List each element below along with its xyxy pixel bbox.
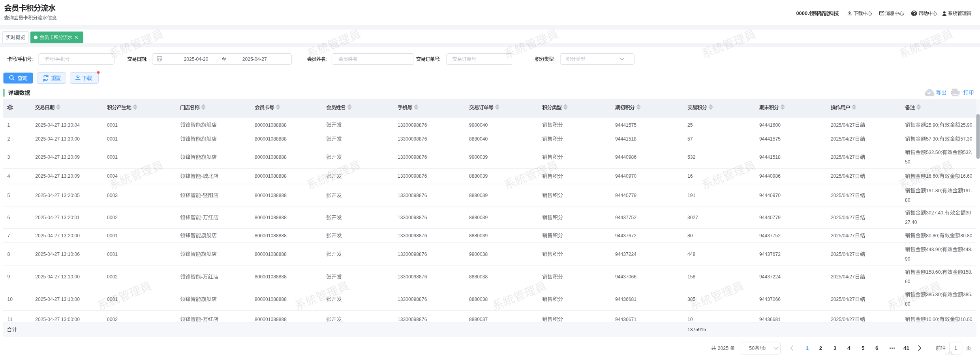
- svg-text:191.: 191.: [963, 188, 972, 193]
- svg-text:0001: 0001: [107, 122, 118, 128]
- svg-text:13300098876: 13300098876: [398, 233, 427, 239]
- svg-text:94437752: 94437752: [759, 233, 781, 239]
- svg-text:/: /: [54, 56, 55, 62]
- svg-text:0002: 0002: [107, 316, 118, 322]
- svg-text:9: 9: [8, 274, 10, 280]
- svg-text:13300098876: 13300098876: [398, 274, 427, 280]
- svg-text:2025/04/27: 2025/04/27: [831, 214, 855, 220]
- svg-text::: :: [146, 56, 147, 62]
- svg-text:2025-04-27 13:20:00: 2025-04-27 13:20:00: [35, 233, 80, 239]
- svg-text:94440986: 94440986: [615, 154, 636, 160]
- svg-text:50: 50: [905, 159, 911, 165]
- svg-text:158.: 158.: [963, 269, 972, 275]
- svg-text:448.90;: 448.90;: [926, 246, 942, 252]
- svg-text:2025/04/27: 2025/04/27: [831, 173, 855, 179]
- svg-text:4: 4: [8, 173, 10, 179]
- svg-text:2025-04-27 13:10:00: 2025-04-27 13:10:00: [35, 296, 80, 302]
- svg-text:94437066: 94437066: [615, 274, 636, 280]
- svg-text:80: 80: [905, 197, 911, 203]
- svg-text::: :: [554, 56, 555, 62]
- svg-text:2025/04/27: 2025/04/27: [831, 274, 855, 280]
- svg-text:800001088888: 800001088888: [255, 136, 287, 142]
- svg-text:10: 10: [8, 296, 13, 302]
- svg-text:2025-04-20: 2025-04-20: [184, 56, 208, 62]
- svg-text:9900038: 9900038: [469, 251, 488, 257]
- svg-text:25.90;: 25.90;: [926, 122, 939, 128]
- svg-text:13300098876: 13300098876: [398, 122, 427, 128]
- svg-text:8880039: 8880039: [469, 214, 488, 220]
- svg-text:0001: 0001: [107, 136, 118, 142]
- svg-text:800001088888: 800001088888: [255, 154, 287, 160]
- svg-text:2025-04-27 13:30:00: 2025-04-27 13:30:00: [35, 136, 80, 142]
- svg-text:800001088888: 800001088888: [255, 251, 287, 257]
- svg-text:57.30;: 57.30;: [926, 136, 939, 142]
- svg-text:3027.40;: 3027.40;: [926, 210, 944, 216]
- svg-text:13300098876: 13300098876: [398, 296, 427, 302]
- svg-text:80: 80: [687, 233, 693, 239]
- svg-text:2: 2: [819, 345, 822, 351]
- svg-text:94437672: 94437672: [615, 233, 636, 239]
- svg-text:/: /: [16, 56, 18, 62]
- svg-text:-: -: [201, 214, 203, 220]
- svg-text:800001088888: 800001088888: [255, 274, 287, 280]
- svg-text:2025/04/27: 2025/04/27: [831, 296, 855, 302]
- svg-text:2025-04-27 13:20:01: 2025-04-27 13:20:01: [35, 214, 80, 220]
- svg-text:94441518: 94441518: [759, 154, 781, 160]
- svg-text:800001088888: 800001088888: [255, 192, 287, 198]
- svg-text:8880039: 8880039: [469, 233, 488, 239]
- svg-text:94441600: 94441600: [759, 122, 781, 128]
- svg-text:2025/04/27: 2025/04/27: [831, 251, 855, 257]
- svg-text:-: -: [201, 316, 203, 322]
- svg-text:3027: 3027: [687, 214, 698, 220]
- svg-text:/: /: [760, 345, 761, 351]
- svg-text:800001088888: 800001088888: [255, 296, 287, 302]
- svg-text:-: -: [201, 274, 203, 280]
- svg-text:800001088888: 800001088888: [255, 214, 287, 220]
- svg-text:94440779: 94440779: [759, 214, 781, 220]
- svg-text:0002: 0002: [107, 274, 118, 280]
- svg-text:2025-04-27 13:00:00: 2025-04-27 13:00:00: [35, 316, 80, 322]
- svg-text:13300098876: 13300098876: [398, 192, 427, 198]
- svg-text:94437224: 94437224: [759, 274, 781, 280]
- svg-text::: :: [439, 56, 441, 62]
- svg-text:94437752: 94437752: [615, 214, 636, 220]
- svg-text::: :: [32, 56, 33, 62]
- svg-text:2025/04/27: 2025/04/27: [831, 316, 855, 322]
- svg-text:94436681: 94436681: [759, 316, 781, 322]
- svg-text:2025-04-27 13:20:05: 2025-04-27 13:20:05: [35, 192, 80, 198]
- svg-text:8880038: 8880038: [469, 274, 488, 280]
- svg-text:13300098876: 13300098876: [398, 251, 427, 257]
- svg-text:532: 532: [687, 154, 695, 160]
- svg-text:532.50;: 532.50;: [926, 149, 942, 155]
- svg-text:10.00: 10.00: [960, 316, 972, 322]
- svg-text:0001: 0001: [107, 251, 118, 257]
- svg-text:800001088888: 800001088888: [255, 122, 287, 128]
- svg-text:94436671: 94436671: [615, 316, 636, 322]
- svg-text:2: 2: [8, 136, 10, 142]
- svg-text:94436681: 94436681: [615, 296, 636, 302]
- svg-text:2025-04-27 13:10:00: 2025-04-27 13:10:00: [35, 274, 80, 280]
- svg-text:94440970: 94440970: [615, 173, 636, 179]
- svg-text:8880040: 8880040: [469, 136, 488, 142]
- svg-text:2025-04-27 13:10:06: 2025-04-27 13:10:06: [35, 251, 80, 257]
- svg-text:2025/04/27: 2025/04/27: [831, 136, 855, 142]
- svg-text:94440970: 94440970: [759, 192, 781, 198]
- svg-text:8880039: 8880039: [469, 173, 488, 179]
- svg-text:2025/04/27: 2025/04/27: [831, 154, 855, 160]
- svg-text:16.60: 16.60: [960, 173, 972, 179]
- svg-text:13300098876: 13300098876: [398, 173, 427, 179]
- svg-text:11: 11: [8, 316, 13, 322]
- svg-text:57.30: 57.30: [960, 136, 972, 142]
- svg-text:1: 1: [8, 122, 10, 128]
- svg-text:57: 57: [687, 136, 693, 142]
- svg-text:8880037: 8880037: [469, 316, 488, 322]
- svg-text:800001088888: 800001088888: [255, 233, 287, 239]
- svg-text:-: -: [201, 173, 203, 179]
- svg-text:8: 8: [8, 251, 10, 257]
- svg-text:94437672: 94437672: [759, 251, 781, 257]
- svg-text:191.80;: 191.80;: [926, 188, 942, 193]
- svg-text:1: 1: [954, 345, 957, 351]
- svg-text:16.60;: 16.60;: [926, 173, 939, 179]
- svg-text:158: 158: [687, 274, 695, 280]
- svg-text::: :: [325, 56, 327, 62]
